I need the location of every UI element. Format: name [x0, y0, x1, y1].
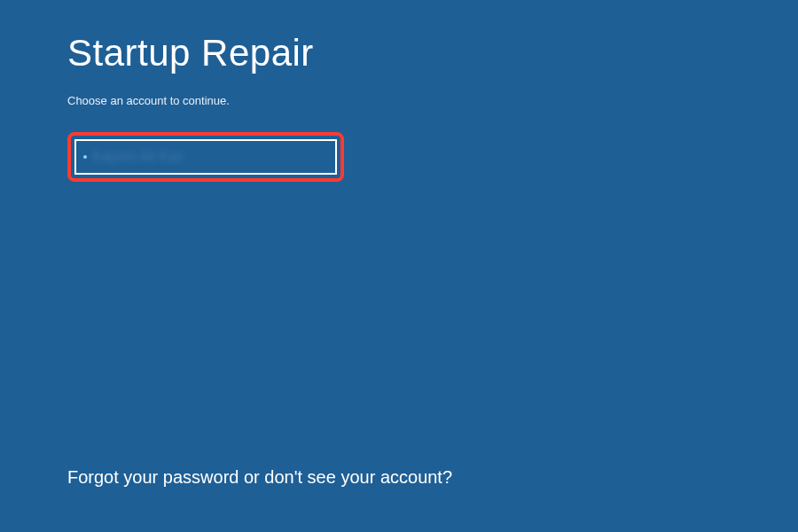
forgot-password-link[interactable]: Forgot your password or don't see your a… — [67, 467, 452, 488]
account-option[interactable]: Kayem Ali Kaz — [74, 139, 337, 175]
bullet-icon — [83, 155, 87, 159]
account-highlight: Kayem Ali Kaz — [67, 132, 344, 182]
choose-account-subtitle: Choose an account to continue. — [67, 94, 731, 107]
page-title: Startup Repair — [67, 32, 731, 74]
account-name-label: Kayem Ali Kaz — [92, 149, 184, 165]
